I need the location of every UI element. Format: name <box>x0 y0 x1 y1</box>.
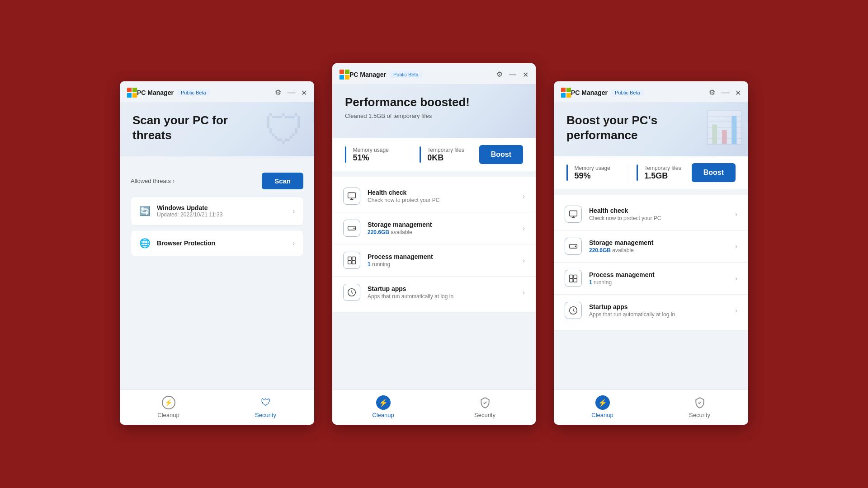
scan-button[interactable]: Scan <box>262 173 303 189</box>
process-title-center: Process management <box>368 253 519 260</box>
window-center: PC Manager Public Beta ⚙ — ✕ Performance… <box>332 63 536 425</box>
security-label-right: Security <box>689 412 710 418</box>
chevron-storage-right: › <box>735 243 737 250</box>
startup-title-center: Startup apps <box>368 285 519 292</box>
minimize-icon-center[interactable]: — <box>509 71 516 78</box>
temp-bar-center <box>420 146 421 163</box>
storage-item-right[interactable]: Storage management 220.6GB available › <box>554 230 748 263</box>
nav-cleanup-left[interactable]: ⚡ Cleanup <box>120 390 217 425</box>
temp-value-right: 1.5GB <box>644 171 681 181</box>
startup-item-center[interactable]: Startup apps Apps that run automatically… <box>332 277 536 308</box>
startup-item-right[interactable]: Startup apps Apps that run automatically… <box>554 295 748 326</box>
window-left: PC Manager Public Beta ⚙ — ✕ 🛡 Scan your… <box>120 81 314 425</box>
temp-stat-center: Temporary files 0KB <box>420 145 479 164</box>
stats-row-center: Memory usage 51% Temporary files 0KB Boo… <box>332 138 536 171</box>
windows-update-card[interactable]: 🔄 Windows Update Updated: 2022/10/21 11:… <box>131 197 303 225</box>
cleanup-label-right: Cleanup <box>591 412 613 418</box>
close-icon-right[interactable]: ✕ <box>735 89 741 97</box>
titlebar-left: PC Manager Public Beta ⚙ — ✕ <box>120 81 314 102</box>
chevron-health-center: › <box>523 192 525 200</box>
cleanup-label-left: Cleanup <box>157 412 179 418</box>
refresh-icon: 🔄 <box>139 206 151 216</box>
browser-protection-card[interactable]: 🌐 Browser Protection › <box>131 230 303 256</box>
memory-bar-center <box>345 146 346 163</box>
ms-logo-right <box>561 88 571 98</box>
lightning-circle-icon-center: ⚡ <box>376 395 391 410</box>
hero-title-right: Boost your PC's performance <box>566 113 693 142</box>
process-text-center: Process management 1 running <box>368 253 519 267</box>
storage-text-center: Storage management 220.6GB available <box>368 221 519 235</box>
app-name-center: PC Manager <box>349 71 386 78</box>
health-check-icon-right <box>565 206 582 223</box>
health-check-sub-center: Check now to protect your PC <box>368 197 519 203</box>
settings-icon-left[interactable]: ⚙ <box>275 89 281 96</box>
hero-center: Performance boosted! Cleaned 1.5GB of te… <box>332 84 536 138</box>
health-check-icon-center <box>343 188 360 205</box>
startup-title-right: Startup apps <box>589 303 731 310</box>
ms-logo-center <box>340 70 349 80</box>
hero-decoration-right: 📊 <box>704 109 744 146</box>
storage-title-right: Storage management <box>589 239 731 246</box>
minimize-icon-right[interactable]: — <box>722 89 729 96</box>
nav-security-center[interactable]: Security <box>434 390 536 425</box>
process-item-right[interactable]: Process management 1 running › <box>554 263 748 295</box>
nav-security-left[interactable]: 🛡 Security <box>217 390 314 425</box>
storage-item-center[interactable]: Storage management 220.6GB available › <box>332 212 536 244</box>
storage-icon-center <box>343 220 360 237</box>
close-icon-left[interactable]: ✕ <box>301 89 307 97</box>
security-label-center: Security <box>474 412 495 418</box>
settings-icon-right[interactable]: ⚙ <box>709 89 715 96</box>
windows-update-title: Windows Update <box>157 204 292 211</box>
chevron-storage-center: › <box>523 225 525 232</box>
nav-cleanup-right[interactable]: ⚡ Cleanup <box>554 390 651 425</box>
process-sub-center: 1 running <box>368 261 519 267</box>
health-check-title-right: Health check <box>589 207 731 214</box>
allowed-threats-link[interactable]: Allowed threats › <box>131 178 175 184</box>
health-check-title-center: Health check <box>368 189 519 196</box>
hero-title-left: Scan your PC for threats <box>132 113 259 142</box>
windows-update-text: Windows Update Updated: 2022/10/21 11:33 <box>157 204 292 218</box>
chevron-startup-center: › <box>523 289 525 296</box>
titlebar-center: PC Manager Public Beta ⚙ — ✕ <box>332 63 536 84</box>
cleanup-icon-right: ⚡ <box>595 395 610 410</box>
boost-button-center[interactable]: Boost <box>479 145 523 164</box>
nav-security-right[interactable]: Security <box>651 390 748 425</box>
minimize-icon-left[interactable]: — <box>288 89 295 96</box>
windows-update-subtitle: Updated: 2022/10/21 11:33 <box>157 211 292 218</box>
browser-protection-text: Browser Protection <box>157 239 292 247</box>
stats-row-right: Memory usage 59% Temporary files 1.5GB B… <box>554 156 748 189</box>
titlebar-right: PC Manager Public Beta ⚙ — ✕ <box>554 81 748 102</box>
settings-icon-center[interactable]: ⚙ <box>496 71 503 78</box>
temp-value-center: 0KB <box>427 153 464 163</box>
health-check-item-right[interactable]: Health check Check now to protect your P… <box>554 198 748 230</box>
chevron-right-icon-browser: › <box>292 239 295 247</box>
health-check-item-center[interactable]: Health check Check now to protect your P… <box>332 180 536 212</box>
storage-sub-right: 220.6GB available <box>589 247 731 253</box>
memory-label-right: Memory usage <box>574 165 610 171</box>
process-item-center[interactable]: Process management 1 running › <box>332 244 536 277</box>
window-controls-left: ⚙ — ✕ <box>275 89 307 97</box>
window-right: PC Manager Public Beta ⚙ — ✕ 📊 Boost you… <box>554 81 748 425</box>
svg-rect-8 <box>570 211 577 216</box>
hero-title-center: Performance boosted! <box>345 95 472 110</box>
svg-rect-12 <box>574 275 577 279</box>
app-badge-right: Public Beta <box>611 89 644 96</box>
temp-label-right: Temporary files <box>644 165 681 171</box>
boost-button-right[interactable]: Boost <box>692 163 736 182</box>
close-icon-center[interactable]: ✕ <box>523 70 528 79</box>
svg-rect-3 <box>348 257 352 261</box>
temp-bar-right <box>637 164 638 181</box>
stat-divider-center <box>412 145 412 164</box>
nav-cleanup-center[interactable]: ⚡ Cleanup <box>332 390 434 425</box>
security-icon-center <box>478 395 492 410</box>
svg-point-2 <box>354 228 354 229</box>
memory-stat-right: Memory usage 59% <box>566 163 622 183</box>
bottom-nav-left: ⚡ Cleanup 🛡 Security <box>120 389 314 425</box>
shield-blue-icon: 🛡 <box>261 397 271 408</box>
svg-rect-4 <box>352 257 356 261</box>
storage-title-center: Storage management <box>368 221 519 228</box>
chevron-process-center: › <box>523 257 525 264</box>
hero-decoration-left: 🛡 <box>264 107 305 153</box>
chevron-startup-right: › <box>735 307 737 314</box>
hero-left: 🛡 Scan your PC for threats <box>120 102 314 156</box>
